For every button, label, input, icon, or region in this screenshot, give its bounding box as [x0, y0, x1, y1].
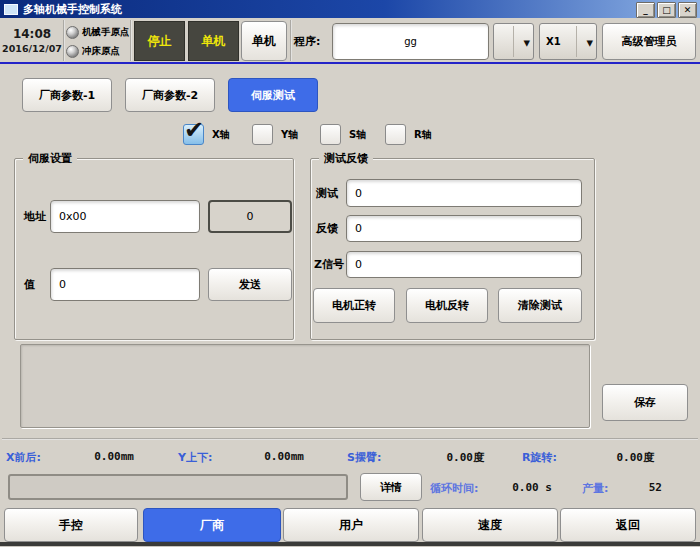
- nav-manual-button[interactable]: 手控: [4, 508, 138, 542]
- press-origin-indicator-icon: [66, 45, 79, 58]
- axis-combobox[interactable]: X1 ▾: [539, 23, 597, 60]
- checkbox-y-axis[interactable]: ✔ Y轴: [252, 124, 298, 145]
- radio-robot-origin[interactable]: 机械手原点: [66, 23, 130, 41]
- time-text: 14:08: [13, 27, 51, 42]
- tab-vendor-params-1[interactable]: 厂商参数-1: [22, 78, 112, 112]
- robot-origin-indicator-icon: [66, 26, 79, 39]
- feedback-input[interactable]: 0: [346, 215, 582, 242]
- standalone-button[interactable]: 单机: [241, 21, 287, 61]
- header-separator: [290, 20, 292, 61]
- chevron-down-icon[interactable]: ▾: [523, 34, 530, 49]
- output-count-value: 52: [628, 481, 662, 494]
- app-icon: [4, 4, 18, 15]
- group-title: 测试反馈: [319, 151, 373, 166]
- chevron-down-icon[interactable]: ▾: [586, 34, 593, 49]
- header-separator: [130, 20, 132, 61]
- r-axis-status-label: R旋转:: [522, 450, 557, 465]
- program-name-display[interactable]: gg: [332, 23, 489, 60]
- test-label: 测试: [316, 179, 338, 207]
- window-controls: _ □ ✕: [636, 2, 697, 18]
- feedback-label: 反馈: [316, 215, 338, 242]
- app-window: 多轴机械手控制系统 _ □ ✕ 14:08 2016/12/07 机械手原点 冲…: [0, 0, 700, 547]
- message-panel: [20, 344, 590, 428]
- nav-vendor-button[interactable]: 厂商: [143, 508, 281, 542]
- program-label: 程序:: [294, 21, 320, 61]
- y-axis-status-value: 0.00mm: [230, 450, 304, 463]
- s-axis-status-label: S摆臂:: [347, 450, 381, 465]
- radio-label: 机械手原点: [82, 26, 130, 39]
- z-signal-label: Z信号: [314, 251, 344, 278]
- nav-return-button[interactable]: 返回: [560, 508, 696, 542]
- stop-button[interactable]: 停止: [134, 21, 185, 61]
- address-input[interactable]: 0x00: [50, 200, 200, 233]
- cycle-time-value: 0.00 s: [492, 481, 552, 494]
- check-icon: ✔: [184, 116, 204, 144]
- value-label: 值: [24, 268, 35, 301]
- detail-button[interactable]: 详情: [360, 473, 422, 501]
- motor-reverse-button[interactable]: 电机反转: [406, 288, 488, 323]
- checkbox-label: S轴: [349, 128, 366, 142]
- unit-combobox[interactable]: ▾: [493, 23, 534, 60]
- test-input[interactable]: 0: [346, 179, 582, 207]
- r-axis-status-value: 0.00度: [580, 450, 654, 465]
- save-button[interactable]: 保存: [602, 384, 688, 421]
- group-title: 伺服设置: [23, 151, 77, 166]
- checkbox-label: R轴: [414, 128, 432, 142]
- combo-value: X1: [546, 36, 561, 47]
- z-signal-input[interactable]: 0: [346, 251, 582, 278]
- value-input[interactable]: 0: [50, 268, 200, 301]
- cycle-time-label: 循环时间:: [430, 481, 478, 496]
- motor-forward-button[interactable]: 电机正转: [313, 288, 395, 323]
- window-bottom-border: [0, 542, 700, 547]
- window-title: 多轴机械手控制系统: [23, 2, 122, 17]
- maximize-button[interactable]: □: [657, 2, 676, 18]
- radio-label: 冲床原点: [82, 45, 120, 58]
- role-button[interactable]: 高级管理员: [602, 23, 696, 60]
- checkbox-label: X轴: [212, 128, 230, 142]
- output-count-label: 产量:: [582, 481, 608, 496]
- checkbox-label: Y轴: [281, 128, 298, 142]
- header-separator: [63, 20, 65, 61]
- checkbox-s-axis[interactable]: ✔ S轴: [320, 124, 366, 145]
- nav-speed-button[interactable]: 速度: [422, 508, 558, 542]
- clock-display: 14:08 2016/12/07: [2, 22, 62, 60]
- checkbox-icon[interactable]: ✔: [385, 124, 406, 145]
- radio-press-origin[interactable]: 冲床原点: [66, 42, 120, 60]
- x-axis-status-value: 0.00mm: [60, 450, 134, 463]
- status-divider: [2, 438, 698, 440]
- minimize-button[interactable]: _: [636, 2, 655, 18]
- tab-vendor-params-2[interactable]: 厂商参数-2: [125, 78, 215, 112]
- x-axis-status-label: X前后:: [6, 450, 41, 465]
- address-label: 地址: [24, 200, 46, 233]
- checkbox-icon[interactable]: ✔: [252, 124, 273, 145]
- checkbox-r-axis[interactable]: ✔ R轴: [385, 124, 432, 145]
- header-divider: [0, 62, 700, 64]
- s-axis-status-value: 0.00度: [410, 450, 484, 465]
- close-button[interactable]: ✕: [678, 2, 697, 18]
- progress-bar: [8, 474, 348, 500]
- checkbox-icon[interactable]: ✔: [183, 124, 204, 145]
- y-axis-status-label: Y上下:: [178, 450, 212, 465]
- standalone-mode-indicator[interactable]: 单机: [188, 21, 239, 61]
- send-button[interactable]: 发送: [208, 268, 292, 301]
- nav-user-button[interactable]: 用户: [283, 508, 419, 542]
- checkbox-x-axis[interactable]: ✔ X轴: [183, 124, 230, 145]
- clear-test-button[interactable]: 清除测试: [498, 288, 582, 323]
- address-readout: 0: [208, 200, 292, 233]
- tab-servo-test[interactable]: 伺服测试: [228, 78, 318, 112]
- titlebar: 多轴机械手控制系统 _ □ ✕: [0, 0, 700, 18]
- servo-settings-group: 伺服设置: [14, 158, 294, 340]
- date-text: 2016/12/07: [2, 42, 62, 55]
- checkbox-icon[interactable]: ✔: [320, 124, 341, 145]
